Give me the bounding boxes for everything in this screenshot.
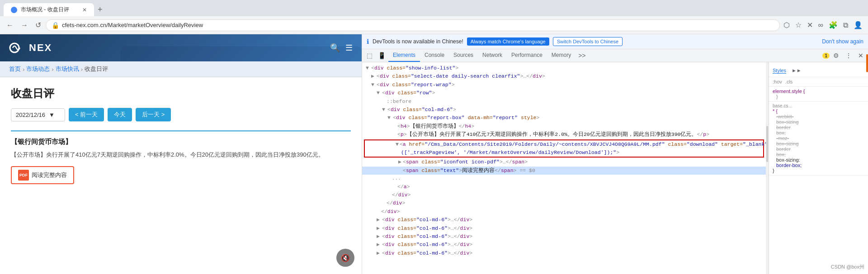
code-line: ▶ <div class="col-md-6" >…</div> [362,241,766,249]
refresh-button[interactable]: ↺ [33,19,44,31]
date-controls: 2022/12/16 ▼ < 前一天 今天 后一天 > [11,108,351,121]
devtools-close-icon[interactable]: ✕ [855,50,866,61]
computed-tab[interactable]: ►► [788,66,805,75]
code-line: ▶ <div class="col-md-6" >…</div> [362,216,766,224]
devtools-info-message: DevTools is now available in Chinese! [373,38,463,45]
code-line: </div> [362,191,766,199]
switch-to-chinese-button[interactable]: Switch DevTools to Chinese [553,37,623,46]
code-line: <h4> 【银行间货币市场】 </h4> [362,122,766,130]
article-body: 【公开市场】央行开展了410亿元7天期逆回购操作，中标利率2.0%。今日20亿元… [11,150,351,160]
code-line: ... [362,175,766,183]
match-language-button[interactable]: Always match Chrome's language [467,37,549,46]
read-full-button[interactable]: PDF 阅读完整内容 [11,166,74,184]
menu-icon-btn[interactable]: ☰ [345,43,353,53]
article-category: 【银行间货币市场】 [11,138,351,146]
profile-icon[interactable]: 👤 [852,19,864,31]
bookmark-icon[interactable]: ☆ [793,19,803,31]
logo-text: NEX [29,42,52,54]
highlighted-code-block: ▼ <a href="/Cms_Data/Contents/Site2019/F… [364,139,764,158]
address-bar[interactable]: 🔒 cfets-nex.com.cn/Market/marketOverview… [46,19,780,31]
more-tabs-button[interactable]: >> [576,50,588,61]
devtools-phone-icon[interactable]: 📱 [375,50,388,61]
code-line: ▶ <div class="col-md-6" >…</div> [362,232,766,241]
tab-close-icon[interactable]: ✕ [82,7,87,13]
code-line: ▼ <div class="report-wrap" > [362,81,766,89]
cast-icon[interactable]: ⬡ [782,19,792,31]
info-icon: ℹ [367,38,369,45]
code-scrollbar[interactable] [766,62,769,274]
pdf-icon: PDF [18,170,29,181]
infinity-icon[interactable]: ∞ [816,19,825,31]
next-day-button[interactable]: 后一天 > [136,108,171,121]
styles-panel-header: Styles ►► [769,64,868,77]
notification-badge: 1 [822,53,830,59]
logo-icon [9,40,25,56]
new-tab-btn[interactable]: + [94,3,106,16]
code-line: ▼ <div class="report-box" data-mh="repor… [362,114,766,122]
code-line: ▶ <div class="col-md-6" >…</div> [362,249,766,257]
base-css-section: base.cs… * { -webkit- box-sizing border … [769,102,868,176]
dont-show-again-link[interactable]: Don't show again [822,38,863,45]
tab-memory[interactable]: Memory [547,49,576,62]
tab-network[interactable]: Network [478,49,507,62]
code-line: ▼ <div class="row" > [362,89,766,97]
styles-tab[interactable]: Styles [773,68,786,74]
code-line: (['_trackPageview', '/Market/marketOverv… [365,149,763,157]
divider-line [11,130,351,131]
breadcrumb-item-news[interactable]: 市场快讯 [56,65,79,73]
breadcrumb-item-market[interactable]: 市场动态 [26,65,50,73]
code-line: ▼ <div class="show-info-list" > [362,64,766,72]
svg-point-0 [10,43,19,52]
site-content: 收盘日评 2022/12/16 ▼ < 前一天 今天 后一天 > 【银行间货币市… [0,77,362,193]
nav-bar: ← → ↺ 🔒 cfets-nex.com.cn/Market/marketOv… [0,16,868,34]
tab-bar: 市场概况 - 收盘日评 ✕ + [0,0,868,16]
element-style-section: element.style { } [769,87,868,102]
nav-icons: ⬡ ☆ ✕ ∞ 🧩 ⧉ 👤 [782,19,864,31]
header-icons: 🔍 ☰ [330,43,353,53]
restore-icon[interactable]: ⧉ [841,19,850,31]
tab-sources[interactable]: Sources [449,49,478,62]
tab-console[interactable]: Console [420,49,449,62]
extensions-icon[interactable]: 🧩 [827,19,840,31]
main-area: NEX 🔍 ☰ 首页 › 市场动态 › 市场快讯 › 收盘日评 收盘日评 [0,34,868,274]
article-section: 【银行间货币市场】 【公开市场】央行开展了410亿元7天期逆回购操作，中标利率2… [11,138,351,184]
website-panel: NEX 🔍 ☰ 首页 › 市场动态 › 市场快讯 › 收盘日评 收盘日评 [0,34,362,274]
tab-performance[interactable]: Performance [507,49,547,62]
prev-day-button[interactable]: < 前一天 [69,108,104,121]
breadcrumb: 首页 › 市场动态 › 市场快讯 › 收盘日评 [0,61,362,77]
devtools-info-bar: ℹ DevTools is now available in Chinese! … [362,34,868,49]
code-line: </div> [362,199,766,207]
site-header: NEX 🔍 ☰ [0,34,362,61]
active-tab[interactable]: 市场概况 - 收盘日评 ✕ [4,3,94,16]
code-line: ::before [362,98,766,106]
devtools-tab-icons: 1 ⚙ ⋮ ✕ [822,50,866,61]
fab-button[interactable]: 🔇 [336,249,354,267]
tab-elements[interactable]: Elements [388,49,420,62]
devtools-cursor-icon[interactable]: ⬚ [364,50,375,61]
chevron-down-icon: ▼ [49,111,55,118]
browser-chrome: 市场概况 - 收盘日评 ✕ + ← → ↺ 🔒 cfets-nex.com.cn… [0,0,868,34]
breadcrumb-sep-2: › [52,66,53,73]
date-picker[interactable]: 2022/12/16 ▼ [11,108,65,121]
read-btn-text: 阅读完整内容 [32,171,67,179]
forward-button[interactable]: → [18,19,31,31]
back-button[interactable]: ← [4,19,16,31]
breadcrumb-sep-3: › [81,66,83,73]
selected-code-line: <span class="text" > 阅读完整内容 </span> == $… [362,167,766,175]
scrollbar-thumb [766,126,768,162]
devtools-more-icon[interactable]: ⋮ [843,50,854,61]
code-panel[interactable]: ▼ <div class="show-info-list" > ▶ <div c… [362,62,766,274]
search-icon-btn[interactable]: 🔍 [330,43,340,53]
devtools-body: ▼ <div class="show-info-list" > ▶ <div c… [362,62,868,274]
today-button[interactable]: 今天 [108,108,132,121]
lock-icon: 🔒 [52,22,59,29]
styles-scrollbar-indicator [866,62,868,72]
code-line: ▶ <div class="col-md-6" >…</div> [362,224,766,232]
code-line: ▶ <div class="select-date daily-search c… [362,72,766,80]
page-title: 收盘日评 [11,86,351,101]
devtools-panel: ℹ DevTools is now available in Chinese! … [362,34,868,274]
twitter-icon[interactable]: ✕ [805,19,815,31]
devtools-settings-icon[interactable]: ⚙ [830,50,842,61]
breadcrumb-item-home[interactable]: 首页 [9,65,21,73]
tab-title: 市场概况 - 收盘日评 [21,6,69,14]
